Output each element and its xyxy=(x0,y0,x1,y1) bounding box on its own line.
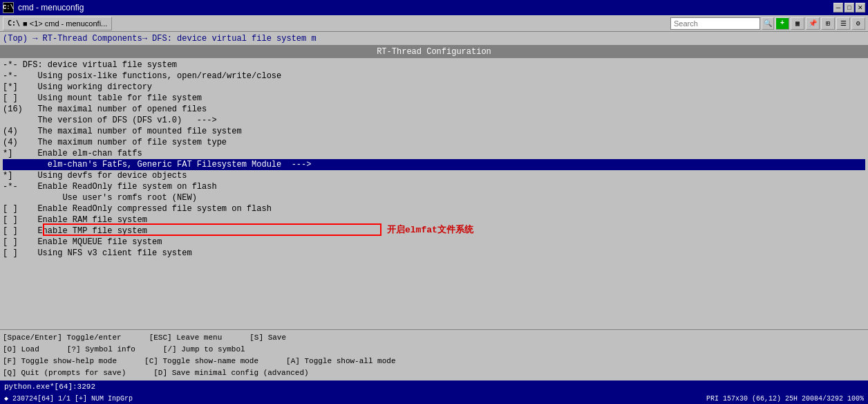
menu-line[interactable]: Use user's romfs root (NEW) xyxy=(3,192,865,203)
title-bar-left: C:\ cmd - menuconfig xyxy=(3,2,84,13)
taskbar-label: ■ <1> cmd - menuconfi... xyxy=(23,19,107,28)
help-item: [?] Symbol info xyxy=(67,344,135,356)
search-area: 🔍 + ▦ 📌 ⊞ ☰ ⚙ xyxy=(670,17,865,30)
menu-line[interactable]: (4) The maximal number of mounted file s… xyxy=(3,126,865,137)
bottom-info-right: PRI 157x30 (66,12) 25H 20084/3292 100% xyxy=(706,395,864,403)
help-item: [Q] Quit (prompts for save) xyxy=(3,367,126,379)
menu-line[interactable]: elm-chan's FatFs, Generic FAT Filesystem… xyxy=(3,159,865,170)
list-button[interactable]: ☰ xyxy=(836,17,850,30)
bottom-bar: ◆ 230724[64] 1/1 [+] NUM InpGrp PRI 157x… xyxy=(0,393,868,404)
menu-line[interactable]: (16) The maximal number of opened files xyxy=(3,104,865,115)
bottom-info-left: ◆ 230724[64] 1/1 [+] NUM InpGrp xyxy=(4,394,133,403)
main-content: -*- DFS: device virtual file system-*- U… xyxy=(0,58,868,329)
menu-line[interactable]: The version of DFS (DFS v1.0) ---> xyxy=(3,115,865,126)
help-rows-container: [Space/Enter] Toggle/enter[ESC] Leave me… xyxy=(3,332,865,379)
taskbar-item[interactable]: C:\ ■ <1> cmd - menuconfi... xyxy=(3,17,112,30)
taskbar: C:\ ■ <1> cmd - menuconfi... 🔍 + ▦ 📌 ⊞ ☰… xyxy=(0,15,868,32)
close-button[interactable]: ✕ xyxy=(856,3,865,12)
menu-line[interactable]: [ ] Enable TMP file system xyxy=(3,226,865,237)
breadcrumb-bar: (Top) → RT-Thread Components→ DFS: devic… xyxy=(0,32,868,46)
menu-line[interactable]: *] Using devfs for device objects xyxy=(3,170,865,181)
help-item: [C] Toggle show-name mode xyxy=(144,356,258,367)
help-bar: [Space/Enter] Toggle/enter[ESC] Leave me… xyxy=(0,329,868,380)
menu-lines-container: -*- DFS: device virtual file system-*- U… xyxy=(3,59,865,259)
maximize-button[interactable]: □ xyxy=(845,3,854,12)
help-row: [Space/Enter] Toggle/enter[ESC] Leave me… xyxy=(3,332,865,344)
view-button[interactable]: ▦ xyxy=(791,17,804,30)
add-button[interactable]: + xyxy=(775,17,789,30)
help-row: [F] Toggle show-help mode[C] Toggle show… xyxy=(3,356,865,367)
window-title: cmd - menuconfig xyxy=(18,3,84,12)
help-row: [Q] Quit (prompts for save)[D] Save mini… xyxy=(3,367,865,379)
cmd-icon: C:\ xyxy=(3,2,14,13)
help-row: [O] Load[?] Symbol info[/] Jump to symbo… xyxy=(3,344,865,356)
title-bar-buttons: ─ □ ✕ xyxy=(833,3,865,12)
help-item: [S] Save xyxy=(249,332,286,344)
config-header: RT-Thread Configuration xyxy=(0,46,868,58)
menu-line[interactable]: [*] Using working directory xyxy=(3,82,865,93)
cmd-icon-small: C:\ xyxy=(8,19,20,27)
menu-line[interactable]: [ ] Enable MQUEUE file system xyxy=(3,237,865,248)
help-item: [O] Load xyxy=(3,344,39,356)
menu-line[interactable]: [ ] Enable RAM file system xyxy=(3,214,865,226)
search-button[interactable]: 🔍 xyxy=(762,17,774,30)
menu-line[interactable]: -*- Using posix-like functions, open/rea… xyxy=(3,71,865,82)
menu-line[interactable]: [ ] Using NFS v3 client file system xyxy=(3,248,865,259)
search-input[interactable] xyxy=(670,17,760,30)
help-item: [D] Save minimal config (advanced) xyxy=(153,367,308,379)
window-wrapper: C:\ cmd - menuconfig ─ □ ✕ C:\ ■ <1> cmd… xyxy=(0,0,868,404)
breadcrumb-text: (Top) → RT-Thread Components→ DFS: devic… xyxy=(3,34,317,44)
help-item: [F] Toggle show-help mode xyxy=(3,356,117,367)
menu-line[interactable]: [ ] Enable ReadOnly compressed file syst… xyxy=(3,203,865,214)
settings-button[interactable]: ⚙ xyxy=(851,17,865,30)
help-item: [Space/Enter] Toggle/enter xyxy=(3,332,122,344)
help-item: [A] Toggle show-all mode xyxy=(286,356,395,367)
title-bar: C:\ cmd - menuconfig ─ □ ✕ xyxy=(0,0,868,15)
minimize-button[interactable]: ─ xyxy=(833,3,843,12)
status-bar: python.exe*[64]:3292 xyxy=(0,380,868,393)
menu-line[interactable]: *] Enable elm-chan fatfs xyxy=(3,148,865,159)
menu-line[interactable]: (4) The maximum number of file system ty… xyxy=(3,137,865,148)
pin-button[interactable]: 📌 xyxy=(806,17,820,30)
menu-line[interactable]: [ ] Using mount table for file system xyxy=(3,93,865,104)
help-item: [/] Jump to symbol xyxy=(163,344,245,356)
menu-line[interactable]: -*- DFS: device virtual file system xyxy=(3,59,865,71)
help-item: [ESC] Leave menu xyxy=(149,332,223,344)
grid-button[interactable]: ⊞ xyxy=(821,17,835,30)
content-section: -*- DFS: device virtual file system-*- U… xyxy=(0,58,868,404)
menu-line[interactable]: -*- Enable ReadOnly file system on flash xyxy=(3,181,865,192)
status-text: python.exe*[64]:3292 xyxy=(4,383,95,391)
config-title: RT-Thread Configuration xyxy=(377,47,491,57)
